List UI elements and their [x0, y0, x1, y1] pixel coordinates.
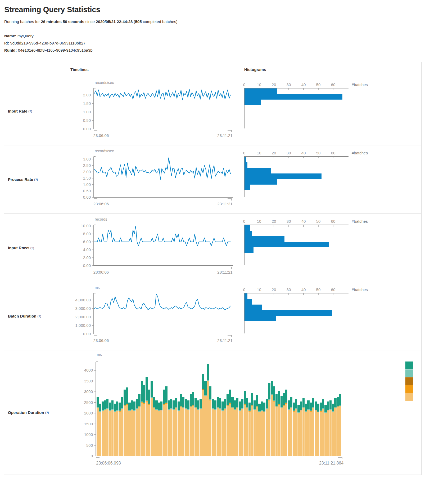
subtitle-open-paren: (: [133, 19, 135, 24]
svg-text:23:06:06.093: 23:06:06.093: [96, 461, 121, 465]
svg-text:40: 40: [301, 219, 306, 224]
svg-text:40: 40: [301, 151, 306, 155]
svg-text:20: 20: [272, 151, 276, 155]
svg-text:10: 10: [257, 219, 261, 224]
svg-text:10: 10: [257, 82, 261, 87]
svg-text:23:06:06: 23:06:06: [93, 270, 109, 274]
svg-text:0.00: 0.00: [83, 332, 91, 336]
process-rate-histogram-svg: 0102030405060#batches: [241, 148, 373, 211]
svg-text:1.00: 1.00: [83, 182, 91, 186]
legend-swatch-light-teal: [405, 369, 413, 377]
svg-text:23:11:21: 23:11:21: [217, 202, 232, 206]
svg-text:40: 40: [301, 82, 306, 87]
input-rate-timeline-svg: records/sec0.000.501.001.502.0023:06:062…: [67, 80, 239, 143]
subtitle-prefix: Running batches for: [4, 19, 41, 24]
svg-text:10.00: 10.00: [81, 224, 91, 228]
batch-duration-timeline-svg: ms0.001,000.002,000.003,000.004,000.0023…: [67, 285, 239, 348]
help-icon[interactable]: (?): [38, 315, 41, 318]
statistics-table: Timelines Histograms Input Rate(?) recor…: [4, 62, 422, 475]
input-rate-histogram-svg: 0102030405060#batches: [241, 80, 373, 143]
svg-text:50: 50: [316, 287, 321, 292]
page-title: Streaming Query Statistics: [4, 5, 444, 14]
query-id-line: Id: 9d0dd219-995d-423e-b97d-36931110bb27: [4, 39, 444, 47]
query-runid-label: RunId:: [4, 48, 17, 52]
query-runid-line: RunId: 04e101e6-8bf8-4165-9099-9104c951b…: [4, 47, 444, 54]
svg-text:records/sec: records/sec: [95, 149, 114, 153]
svg-text:10: 10: [257, 151, 261, 155]
svg-text:23:06:06: 23:06:06: [93, 133, 109, 138]
input-rows-timeline-chart: records0.002.004.006.008.0010.0023:06:06…: [67, 213, 241, 282]
svg-text:10: 10: [257, 287, 261, 292]
operation-duration-chart: ms0500100015002000250030003500400023:06:…: [67, 350, 421, 475]
input-rows-timeline-svg: records0.002.004.006.008.0010.0023:06:06…: [67, 216, 239, 279]
svg-text:60: 60: [331, 287, 336, 292]
column-header-histograms: Histograms: [241, 62, 421, 77]
help-icon[interactable]: (?): [28, 110, 32, 113]
svg-text:1.50: 1.50: [83, 101, 91, 105]
svg-text:1,000.00: 1,000.00: [75, 323, 91, 327]
batch-duration-timeline-chart: ms0.001,000.002,000.003,000.004,000.0023…: [67, 282, 241, 350]
svg-text:8.00: 8.00: [83, 231, 91, 236]
svg-text:23:11:21.864: 23:11:21.864: [319, 461, 343, 465]
svg-text:60: 60: [331, 151, 336, 155]
svg-text:20: 20: [272, 287, 276, 292]
query-runid-value: 04e101e6-8bf8-4165-9099-9104c951ba3b: [18, 48, 93, 52]
batch-duration-histogram-svg: 0102030405060#batches: [241, 285, 373, 348]
svg-text:#batches: #batches: [352, 287, 368, 292]
batch-duration-histogram-chart: 0102030405060#batches: [241, 282, 421, 350]
svg-text:50: 50: [316, 151, 321, 155]
svg-text:4,000.00: 4,000.00: [75, 297, 91, 302]
svg-text:23:11:21: 23:11:21: [217, 338, 232, 343]
svg-text:0.00: 0.00: [83, 263, 91, 268]
svg-text:0: 0: [91, 454, 93, 458]
svg-text:0.00: 0.00: [83, 195, 91, 199]
row-label-batch-duration: Batch Duration(?): [4, 282, 67, 350]
svg-text:3000: 3000: [84, 389, 93, 394]
process-rate-histogram-chart: 0102030405060#batches: [241, 145, 421, 213]
svg-text:20: 20: [272, 82, 276, 87]
legend-swatch-tan: [405, 393, 413, 401]
svg-text:60: 60: [331, 82, 336, 87]
svg-text:0.50: 0.50: [83, 188, 91, 193]
header-empty-cell: [4, 62, 67, 77]
svg-text:1.00: 1.00: [83, 109, 91, 114]
query-id-value: 9d0dd219-995d-423e-b97d-36931110bb27: [10, 41, 86, 45]
completed-batch-count: 505: [135, 19, 142, 24]
input-rows-histogram-svg: 0102030405060#batches: [241, 216, 373, 279]
start-timestamp: 2020/05/21 22:44:28: [96, 19, 133, 24]
svg-text:40: 40: [301, 287, 306, 292]
svg-text:30: 30: [287, 219, 291, 224]
svg-text:2.00: 2.00: [83, 92, 91, 97]
svg-text:0.50: 0.50: [83, 118, 91, 122]
svg-text:23:11:21: 23:11:21: [217, 270, 232, 274]
svg-text:0: 0: [243, 82, 245, 87]
column-header-timelines: Timelines: [67, 62, 241, 77]
svg-text:2.00: 2.00: [83, 255, 91, 260]
svg-text:30: 30: [287, 287, 291, 292]
query-name-label: Name:: [4, 34, 16, 38]
help-icon[interactable]: (?): [45, 411, 49, 414]
svg-text:0: 0: [243, 151, 245, 155]
svg-text:#batches: #batches: [352, 151, 368, 155]
process-rate-timeline-svg: records/sec0.000.501.001.502.002.503.002…: [67, 148, 239, 211]
svg-text:50: 50: [316, 219, 321, 224]
help-icon[interactable]: (?): [34, 178, 38, 181]
svg-text:60: 60: [331, 219, 336, 224]
svg-text:2500: 2500: [84, 400, 93, 404]
legend-swatch-dark-ochre: [405, 377, 413, 385]
svg-text:4000: 4000: [84, 368, 93, 372]
query-info: Name: myQuery Id: 9d0dd219-995d-423e-b97…: [4, 32, 444, 54]
svg-text:6.00: 6.00: [83, 239, 91, 244]
subtitle-middle: since: [84, 19, 96, 24]
svg-text:2,000.00: 2,000.00: [75, 314, 91, 319]
svg-text:records: records: [95, 217, 107, 221]
svg-text:20: 20: [272, 219, 276, 224]
help-icon[interactable]: (?): [30, 246, 34, 249]
query-name-value: myQuery: [17, 34, 34, 38]
svg-text:4.00: 4.00: [83, 247, 91, 252]
row-label-input-rate: Input Rate(?): [4, 77, 67, 145]
subtitle-suffix: completed batches): [142, 19, 178, 24]
input-rows-histogram-chart: 0102030405060#batches: [241, 213, 421, 282]
svg-text:1500: 1500: [84, 421, 93, 426]
running-duration: 26 minutes 56 seconds: [41, 19, 84, 24]
